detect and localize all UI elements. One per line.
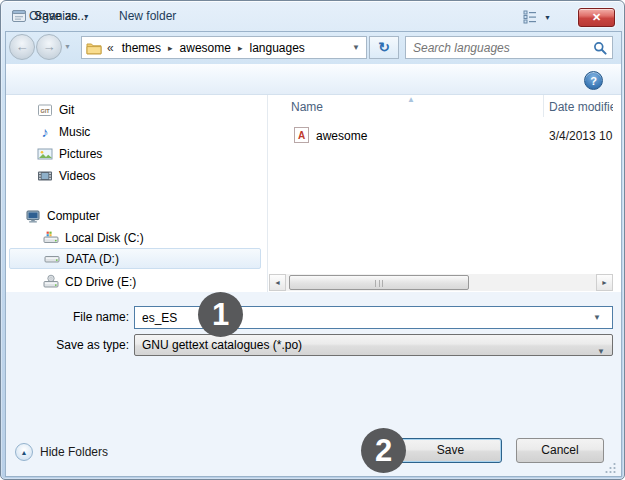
sidebar-item-local-disk-c[interactable]: Local Disk (C:) [9,227,261,248]
column-header-name[interactable]: Name [291,100,323,114]
organize-label: Organize [29,9,78,23]
folder-icon [86,41,102,55]
music-note-icon: ♪ [37,124,53,140]
breadcrumb-languages[interactable]: languages [247,41,306,55]
column-header-date-modified[interactable]: Date modified [549,100,613,114]
sidebar-item-data-d[interactable]: DATA (D:) [9,248,261,269]
column-divider[interactable] [543,95,544,117]
address-breadcrumb-bar[interactable]: « themes ▸ awesome ▸ languages ▼ [81,36,367,59]
address-dropdown-icon[interactable]: ▼ [352,43,362,52]
refresh-icon: ↻ [378,39,390,55]
new-folder-button[interactable]: New folder [119,9,176,23]
chevron-down-icon: ▼ [83,13,90,20]
chevron-down-icon: ▼ [544,14,551,21]
annotation-step-1: 1 [198,292,243,337]
crumb-separator-icon[interactable]: ▸ [163,43,178,53]
organize-button[interactable]: Organize ▼ [29,9,90,23]
change-view-button[interactable]: ▼ [522,8,551,27]
hard-drive-icon [44,251,60,267]
app-icon [11,8,27,24]
horizontal-scrollbar[interactable]: ◄ ► [269,274,613,291]
scroll-left-icon: ◄ [274,279,281,286]
annotation-step-2: 2 [361,428,406,473]
command-toolbar [6,64,621,95]
help-button[interactable]: ? [584,71,603,90]
sidebar-item-cd-drive-e[interactable]: CD Drive (E:) [9,271,261,292]
hard-drive-windows-icon [43,230,59,246]
collapse-icon: ▲ [15,443,33,461]
search-input[interactable] [406,37,612,58]
save-as-type-value: GNU gettext catalogues (*.po) [142,338,302,352]
breadcrumb-overflow-chevrons[interactable]: « [107,41,114,55]
sidebar-item-pictures[interactable]: Pictures [9,143,261,164]
sidebar-item-label: Pictures [59,147,102,161]
sidebar-item-label: DATA (D:) [66,252,119,266]
cancel-button[interactable]: Cancel [516,438,604,463]
scrollbar-thumb[interactable] [289,275,469,290]
sidebar-item-git[interactable]: GIT Git [9,99,261,120]
hide-folders-button[interactable]: ▲ Hide Folders [15,441,108,463]
sidebar-item-label: CD Drive (E:) [65,275,136,289]
scroll-right-icon: ► [601,279,608,286]
save-button[interactable]: Save [399,438,502,463]
forward-button[interactable]: → [36,34,62,60]
file-name-cell: awesome [316,129,367,143]
git-folder-icon: GIT [37,102,53,118]
new-folder-label: New folder [119,9,176,23]
file-list-pane: Name ▲ Date modified A awesome 3/4/2013 … [269,95,613,291]
breadcrumb-themes[interactable]: themes [120,41,163,55]
sidebar-item-music[interactable]: ♪ Music [9,121,261,142]
save-as-dialog: Save as... ✕ ← → ▼ « themes ▸ awesome ▸ … [0,0,625,480]
breadcrumb-awesome[interactable]: awesome [178,41,233,55]
pictures-icon [37,146,53,162]
svg-text:GIT: GIT [40,107,50,113]
computer-icon [25,208,41,224]
crumb-separator-icon[interactable]: ▸ [233,43,248,53]
refresh-button[interactable]: ↻ [369,36,399,59]
search-box [405,36,613,59]
sidebar-item-videos[interactable]: Videos [9,165,261,186]
back-icon: ← [16,39,29,54]
close-button[interactable]: ✕ [578,8,615,27]
sidebar-item-computer[interactable]: Computer [9,205,261,226]
recent-pages-dropdown-icon[interactable]: ▼ [64,43,71,50]
sidebar-item-label: Git [59,103,74,117]
sidebar-item-label: Local Disk (C:) [65,231,144,245]
sidebar-item-label: Music [59,125,90,139]
sidebar-item-label: Computer [47,209,100,223]
file-name-label: File name: [1,310,129,324]
po-file-icon: A [294,127,309,143]
scroll-left-button[interactable]: ◄ [269,274,286,291]
save-button-label: Save [437,443,464,457]
scrollbar-grip [375,280,383,287]
help-icon: ? [590,75,597,87]
sidebar-item-label: Videos [59,169,95,183]
resize-grip[interactable] [603,462,617,474]
save-as-type-select[interactable]: GNU gettext catalogues (*.po) ▼ [134,334,613,356]
hide-folders-label: Hide Folders [40,445,108,459]
back-button[interactable]: ← [9,34,35,60]
views-icon [522,8,538,27]
forward-icon: → [43,39,56,54]
cancel-button-label: Cancel [541,443,578,457]
file-row-awesome[interactable]: A awesome 3/4/2013 10:00 [269,125,613,147]
videos-icon [37,168,53,184]
scroll-right-button[interactable]: ► [596,274,613,291]
search-icon[interactable] [593,41,607,55]
save-as-type-label: Save as type: [1,338,129,352]
sort-ascending-icon: ▲ [407,95,415,104]
close-icon: ✕ [592,11,601,23]
file-name-dropdown-icon[interactable]: ▼ [593,313,601,322]
cd-drive-icon [43,274,59,290]
file-date-cell: 3/4/2013 10:00 [549,129,613,143]
pane-divider [267,95,268,292]
save-as-type-dropdown-icon: ▼ [597,342,605,362]
